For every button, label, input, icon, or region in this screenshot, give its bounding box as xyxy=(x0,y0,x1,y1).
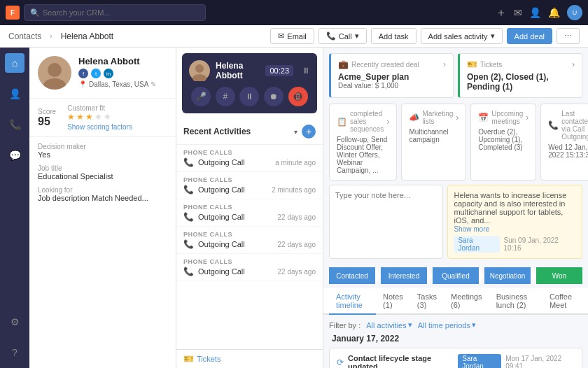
tab-notes[interactable]: Notes (1) xyxy=(376,288,410,315)
add-deal-button[interactable]: Add deal xyxy=(507,28,552,44)
activities-panel: Helena Abbott 00:23 ⏸ 🎤 # ⏸ ⏺ 📵 Recent A… xyxy=(176,48,323,368)
list-item: PHONE CALLS 📞 Outgoing Call 2 minutes ag… xyxy=(176,172,323,199)
score-section: Score 95 Customer fit ★ ★ ★ ★ ★ Show sco… xyxy=(29,99,176,137)
pipeline-step-negotiation[interactable]: Negotiation xyxy=(484,267,531,284)
call-card-header: Helena Abbott 00:23 ⏸ xyxy=(189,60,310,81)
content-area: Helena Abbott f t in 📍 Dallas, Texas, US… xyxy=(29,48,588,368)
call-contact-name: Helena Abbott xyxy=(216,61,260,80)
customer-fit-label: Customer fit xyxy=(67,104,132,112)
tickets-label[interactable]: Tickets xyxy=(197,355,220,363)
activity-content: 📞 Outgoing Call 22 days ago xyxy=(183,239,316,249)
list-item: PHONE CALLS 📞 Outgoing Call 22 days ago xyxy=(176,254,323,281)
tickets-card[interactable]: 🎫 Tickets › Open (2), Closed (1), Pendin… xyxy=(458,53,582,98)
sara-note-card: Helena wants to increase license capacit… xyxy=(447,185,582,259)
show-more-link[interactable]: Show more xyxy=(454,225,489,233)
sara-note-text: Helena wants to increase license capacit… xyxy=(454,191,576,225)
hold-button[interactable]: ⏸ xyxy=(239,87,259,106)
svg-point-3 xyxy=(192,74,206,81)
call-button[interactable]: 📞 Call ▾ xyxy=(318,28,367,44)
call-pause-icon[interactable]: ⏸ xyxy=(302,66,310,76)
activity-time: a minute ago xyxy=(275,159,316,167)
svg-point-1 xyxy=(43,78,66,90)
add-sales-activity-button[interactable]: Add sales activity ▾ xyxy=(421,28,503,44)
phone-call-icon: 📞 xyxy=(183,185,194,194)
add-task-button[interactable]: Add task xyxy=(371,28,416,44)
all-time-periods-filter[interactable]: All time periods ▾ xyxy=(418,320,476,330)
mail-icon[interactable]: ✉ xyxy=(514,7,522,18)
sidebar-help-icon[interactable]: ? xyxy=(5,343,24,362)
contact-name: Helena Abbott xyxy=(78,56,167,66)
contact-panel: Helena Abbott f t in 📍 Dallas, Texas, US… xyxy=(29,48,176,368)
facebook-icon[interactable]: f xyxy=(78,69,88,78)
user-avatar[interactable]: U xyxy=(567,5,582,20)
twitter-icon[interactable]: t xyxy=(91,69,101,78)
sequence-icon: 📋 xyxy=(337,117,347,127)
activities-controls: ▾ + xyxy=(294,125,316,139)
marketing-lists-card[interactable]: 📣 Marketing lists › Multichannel campaig… xyxy=(401,104,466,181)
job-title-value: Educational Specialist xyxy=(38,172,167,181)
tab-tasks[interactable]: Tasks (3) xyxy=(410,288,444,315)
activities-filter-icon[interactable]: ▾ xyxy=(294,128,298,136)
email-button[interactable]: ✉ Email xyxy=(270,28,314,44)
star-5: ★ xyxy=(104,112,111,122)
info-cards-row2: 📋 completed sales sequences › Follow-up,… xyxy=(323,104,588,185)
search-icon: 🔍 xyxy=(30,8,40,17)
keypad-button[interactable]: # xyxy=(216,87,235,106)
end-call-button[interactable]: 📵 xyxy=(288,87,308,106)
users-icon[interactable]: 👤 xyxy=(529,7,541,18)
sequences-header: 📋 completed sales sequences › xyxy=(337,110,389,133)
tab-meetings[interactable]: Meetings (6) xyxy=(444,288,489,315)
recently-created-deal-card[interactable]: 💼 Recently created deal › Acme_Super pla… xyxy=(329,53,454,98)
search-bar[interactable]: 🔍 xyxy=(24,4,206,21)
tickets-value: Open (2), Closed (1), Pending (1) xyxy=(467,72,575,92)
last-contacted-card[interactable]: 📞 Last contacted via Call Outgoing › Wed… xyxy=(540,104,588,181)
decision-maker-field: Decision maker Yes xyxy=(38,143,167,159)
pipeline-step-interested[interactable]: Interested xyxy=(381,267,427,284)
star-2: ★ xyxy=(76,112,84,122)
main-content-area: 💼 Recently created deal › Acme_Super pla… xyxy=(323,48,588,368)
activity-content: 📞 Outgoing Call 22 days ago xyxy=(183,212,316,222)
pipeline-step-contacted[interactable]: Contacted xyxy=(329,267,375,284)
contacts-link[interactable]: Contacts xyxy=(8,31,41,41)
location-icon: 📍 xyxy=(78,80,87,88)
sidebar-chat-icon[interactable]: 💬 xyxy=(5,146,24,165)
activity-name: Outgoing Call xyxy=(198,267,274,276)
timeline-item: ⟳ Contact lifecycle stage updated Sara J… xyxy=(329,348,582,368)
pipeline-section: Contacted Interested Qualified Negotiati… xyxy=(323,263,588,288)
sidebar-phone-icon[interactable]: 📞 xyxy=(5,115,24,134)
sidebar-settings-icon[interactable]: ⚙ xyxy=(5,312,24,332)
search-input[interactable] xyxy=(43,8,200,17)
meetings-icon: 📅 xyxy=(478,113,489,122)
pipeline-step-won[interactable]: Won xyxy=(536,267,582,284)
show-scoring-factors-link[interactable]: Show scoring factors xyxy=(67,123,132,131)
tab-coffee-meet[interactable]: Coffee Meet xyxy=(542,288,582,315)
pipeline-step-qualified[interactable]: Qualified xyxy=(433,267,479,284)
note-input[interactable] xyxy=(335,191,437,211)
tab-activity-timeline[interactable]: Activity timeline xyxy=(329,288,376,315)
sidebar-contacts-icon[interactable]: 👤 xyxy=(5,84,24,104)
star-3: ★ xyxy=(85,112,93,122)
activity-name: Outgoing Call xyxy=(198,240,274,248)
sales-sequences-card[interactable]: 📋 completed sales sequences › Follow-up,… xyxy=(329,104,397,181)
record-button[interactable]: ⏺ xyxy=(264,87,284,106)
add-activity-button[interactable]: + xyxy=(302,125,316,139)
breadcrumb-chevron: › xyxy=(50,32,52,40)
mute-button[interactable]: 🎤 xyxy=(191,87,211,106)
deal-card-arrow: › xyxy=(443,59,446,69)
linkedin-icon[interactable]: in xyxy=(104,69,113,78)
lifecycle-icon: ⟳ xyxy=(337,358,344,367)
tab-business-lunch[interactable]: Business lunch (2) xyxy=(489,288,542,315)
edit-icon[interactable]: ✎ xyxy=(150,80,156,88)
plus-icon[interactable]: ＋ xyxy=(496,6,507,20)
social-links[interactable]: f t in xyxy=(78,69,167,78)
star-rating: ★ ★ ★ ★ ★ xyxy=(67,112,132,122)
looking-for-field: Looking for Job description Match Needed… xyxy=(38,186,167,202)
sidebar-home-icon[interactable]: ⌂ xyxy=(5,53,24,73)
bell-icon[interactable]: 🔔 xyxy=(548,7,560,18)
meetings-label: Upcoming meetings xyxy=(491,110,523,125)
meetings-card[interactable]: 📅 Upcoming meetings › Overdue (2), Upcom… xyxy=(470,104,536,181)
activity-name: Outgoing Call xyxy=(198,213,274,221)
more-button[interactable]: ⋯ xyxy=(556,28,580,44)
all-activities-filter[interactable]: All activities ▾ xyxy=(366,320,412,330)
marketing-header: 📣 Marketing lists › xyxy=(409,110,458,125)
